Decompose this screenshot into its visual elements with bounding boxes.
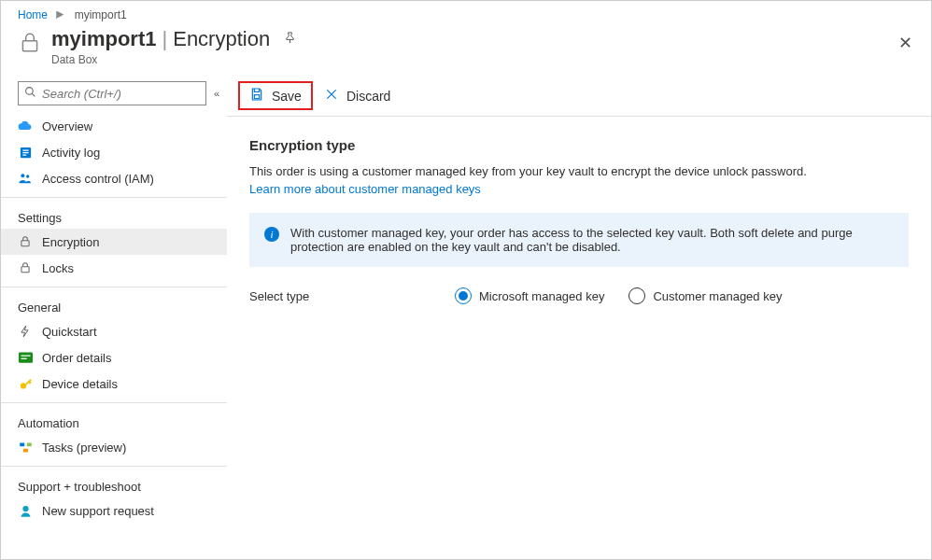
radio-customer-managed[interactable]: Customer managed key — [628, 287, 782, 304]
svg-point-4 — [26, 175, 29, 177]
search-input[interactable] — [42, 87, 200, 101]
section-description: This order is using a customer managed k… — [249, 164, 909, 178]
sidebar-item-tasks[interactable]: Tasks (preview) — [1, 434, 227, 460]
save-button-label: Save — [272, 89, 302, 104]
breadcrumb-home[interactable]: Home — [18, 8, 48, 21]
section-support: Support + troubleshoot — [1, 466, 227, 497]
collapse-sidebar-icon[interactable]: « — [214, 88, 219, 99]
svg-rect-12 — [26, 442, 31, 446]
svg-rect-6 — [21, 267, 29, 273]
search-input-wrapper[interactable] — [18, 81, 206, 105]
breadcrumb: Home ⯈ myimport1 — [1, 1, 931, 25]
sidebar-item-activity-log[interactable]: Activity log — [1, 139, 227, 165]
cloud-icon — [18, 119, 33, 133]
breadcrumb-current: myimport1 — [75, 8, 127, 21]
section-heading: Encryption type — [249, 137, 909, 153]
info-message: With customer managed key, your order ha… — [290, 226, 894, 254]
info-icon: i — [264, 227, 279, 242]
sidebar-item-label: New support request — [42, 504, 154, 518]
sidebar-item-overview[interactable]: Overview — [1, 113, 227, 139]
key-icon — [18, 376, 33, 391]
svg-rect-9 — [21, 358, 26, 359]
select-type-row: Select type Microsoft managed key Custom… — [249, 287, 909, 304]
svg-point-14 — [22, 505, 28, 511]
lock-icon — [18, 31, 42, 58]
radio-label: Customer managed key — [653, 289, 782, 303]
svg-rect-8 — [21, 356, 30, 357]
page-title: myimport1|Encryption — [51, 27, 270, 51]
sidebar-item-label: Device details — [42, 377, 118, 391]
svg-rect-0 — [22, 41, 36, 51]
sidebar-item-locks[interactable]: Locks — [1, 255, 227, 281]
search-icon — [24, 86, 36, 101]
svg-rect-11 — [20, 442, 24, 446]
sidebar-item-device-details[interactable]: Device details — [1, 371, 227, 397]
toolbar: Save Discard — [227, 76, 931, 117]
sidebar-item-label: Access control (IAM) — [42, 172, 154, 186]
info-banner: i With customer managed key, your order … — [249, 213, 909, 267]
discard-button-label: Discard — [346, 89, 390, 104]
sidebar: « Overview Activity log Access control (… — [1, 76, 227, 560]
sidebar-item-label: Quickstart — [42, 325, 97, 339]
sidebar-item-order-details[interactable]: Order details — [1, 344, 227, 371]
pin-icon[interactable] — [283, 31, 297, 48]
svg-point-3 — [21, 174, 24, 177]
sidebar-item-encryption[interactable]: Encryption — [1, 229, 227, 255]
lock-icon — [18, 234, 33, 249]
select-type-label: Select type — [249, 289, 455, 303]
svg-point-1 — [26, 88, 34, 95]
sidebar-item-label: Encryption — [42, 235, 99, 249]
support-icon — [18, 503, 33, 518]
radio-label: Microsoft managed key — [479, 289, 604, 303]
radio-icon — [455, 287, 472, 304]
radio-microsoft-managed[interactable]: Microsoft managed key — [455, 287, 604, 304]
section-settings: Settings — [1, 197, 227, 229]
svg-rect-15 — [254, 95, 259, 99]
save-icon — [249, 87, 264, 105]
svg-rect-5 — [21, 241, 29, 246]
bolt-icon — [18, 324, 33, 339]
sidebar-item-label: Order details — [42, 351, 111, 365]
svg-rect-7 — [19, 352, 33, 362]
sidebar-item-access-control[interactable]: Access control (IAM) — [1, 165, 227, 191]
sidebar-item-label: Activity log — [42, 146, 100, 160]
lock-icon — [18, 260, 33, 275]
sidebar-item-label: Tasks (preview) — [42, 441, 126, 455]
service-subtitle: Data Box — [51, 53, 297, 66]
sidebar-item-new-support-request[interactable]: New support request — [1, 497, 227, 524]
activity-log-icon — [18, 145, 33, 160]
save-highlight: Save — [238, 81, 313, 110]
radio-icon — [628, 287, 645, 304]
sidebar-item-label: Overview — [42, 119, 92, 133]
chevron-right-icon: ⯈ — [56, 10, 65, 21]
save-button[interactable]: Save — [240, 83, 311, 108]
main-content: Save Discard Encryption type This order … — [227, 76, 931, 560]
discard-icon — [324, 87, 339, 105]
order-icon — [18, 350, 33, 365]
tasks-icon — [18, 440, 33, 455]
discard-button[interactable]: Discard — [315, 83, 400, 108]
svg-rect-13 — [23, 448, 28, 452]
learn-more-link[interactable]: Learn more about customer managed keys — [249, 182, 481, 196]
page-header: myimport1|Encryption Data Box ✕ — [1, 25, 931, 76]
people-icon — [18, 171, 33, 186]
close-icon[interactable]: ✕ — [898, 33, 912, 53]
section-automation: Automation — [1, 402, 227, 434]
sidebar-item-quickstart[interactable]: Quickstart — [1, 318, 227, 344]
sidebar-item-label: Locks — [42, 261, 74, 275]
section-general: General — [1, 287, 227, 318]
